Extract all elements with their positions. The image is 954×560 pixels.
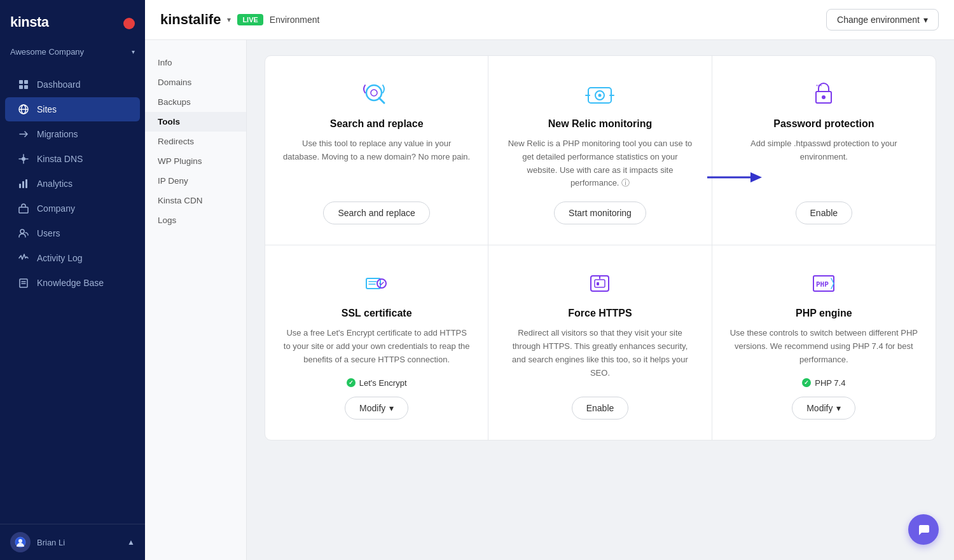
subnav-logs[interactable]: Logs [145,210,246,230]
svg-rect-12 [19,207,28,213]
password-protection-desc: Add simple .htpasswd protection to your … [730,137,918,190]
modify-ssl-chevron-icon: ▾ [389,403,394,413]
ssl-title: SSL certificate [342,308,412,319]
subnav-redirects[interactable]: Redirects [145,132,246,151]
ssl-desc: Use a free Let's Encrypt certificate to … [283,327,470,366]
dns-icon [18,153,29,165]
subnav-backups[interactable]: Backups [145,92,246,112]
password-protection-title: Password protection [773,118,874,130]
main-content: kinstalife ▾ LIVE Environment Change env… [145,0,954,560]
tool-force-https: Force HTTPS Redirect all visitors so tha… [488,245,712,439]
ssl-status-dot [347,378,356,387]
force-https-title: Force HTTPS [568,308,632,319]
enable-https-button[interactable]: Enable [572,397,629,420]
tool-new-relic: New Relic monitoring New Relic is a PHP … [488,56,712,245]
ssl-icon [359,268,394,299]
php-engine-icon: PHP [806,268,841,299]
change-env-chevron-icon: ▾ [923,15,928,25]
svg-rect-37 [597,282,599,285]
search-replace-icon [359,79,394,109]
svg-text:kinsta: kinsta [10,14,50,30]
sidebar-label-knowledge: Knowledge Base [37,278,104,288]
sidebar-label-activity: Activity Log [37,253,83,263]
main-nav: Dashboard Sites Migrations [0,67,145,524]
subnav-domains[interactable]: Domains [145,72,246,92]
site-dropdown-icon[interactable]: ▾ [227,15,231,24]
search-replace-title: Search and replace [330,118,424,130]
avatar [10,532,31,552]
subnav-kinsta-cdn[interactable]: Kinsta CDN [145,191,246,210]
php-badge: PHP 7.4 [802,378,845,388]
search-replace-desc: Use this tool to replace any value in yo… [283,137,470,190]
sidebar-label-analytics: Analytics [37,179,73,189]
sidebar-label-dns: Kinsta DNS [37,154,83,164]
subnav-tools[interactable]: Tools [145,112,246,132]
chat-button[interactable] [908,514,939,545]
sidebar-item-dashboard[interactable]: Dashboard [5,72,140,97]
modify-php-button[interactable]: Modify ▾ [792,397,855,420]
modify-ssl-button[interactable]: Modify ▾ [345,397,408,420]
tool-search-replace: Search and replace Use this tool to repl… [265,56,488,245]
sidebar-item-users[interactable]: Users [5,221,140,245]
svg-rect-9 [19,184,21,188]
svg-rect-3 [19,85,23,89]
enable-password-button[interactable]: Enable [796,201,853,224]
sidebar-item-sites[interactable]: Sites [5,97,140,121]
svg-point-13 [20,229,24,233]
svg-point-17 [18,539,22,543]
sidebar-label-sites: Sites [37,104,57,114]
env-label: Environment [270,15,320,25]
start-monitoring-button[interactable]: Start monitoring [554,201,646,224]
notification-badge[interactable] [123,18,135,29]
company-name: Awesome Company [10,47,127,57]
sidebar-item-activity-log[interactable]: Activity Log [5,246,140,270]
svg-rect-10 [22,181,24,188]
svg-text:***: *** [816,83,822,89]
company-icon [18,203,29,214]
svg-text:PHP: PHP [816,280,829,289]
svg-rect-11 [25,179,27,188]
migrations-icon [18,128,29,140]
ssl-badge: Let's Encrypt [347,378,407,388]
sidebar-label-migrations: Migrations [37,129,78,139]
sites-icon [18,104,29,115]
subnav-info[interactable]: Info [145,53,246,72]
modify-php-chevron-icon: ▾ [836,403,841,413]
svg-point-23 [598,94,602,97]
sidebar-item-migrations[interactable]: Migrations [5,122,140,146]
force-https-icon [582,268,618,299]
user-profile[interactable]: Brian Li ▲ [0,524,145,560]
sidebar-item-kinsta-dns[interactable]: Kinsta DNS [5,147,140,171]
svg-point-29 [822,95,826,99]
change-environment-button[interactable]: Change environment ▾ [826,9,939,31]
svg-point-19 [371,90,377,96]
user-chevron-icon: ▲ [127,538,135,547]
sub-nav: Info Domains Backups Tools Redirects WP … [145,40,247,560]
logo: kinsta [10,13,61,34]
top-bar: kinstalife ▾ LIVE Environment Change env… [145,0,954,40]
user-name: Brian Li [37,538,121,547]
svg-line-20 [379,98,384,103]
company-selector[interactable]: Awesome Company ▾ [0,42,145,67]
sidebar-label-users: Users [37,228,60,238]
php-engine-title: PHP engine [796,308,852,319]
content-area: Info Domains Backups Tools Redirects WP … [145,40,954,560]
activity-icon [18,252,29,264]
new-relic-icon [582,79,618,109]
subnav-ip-deny[interactable]: IP Deny [145,171,246,191]
tools-grid: Search and replace Use this tool to repl… [265,55,936,440]
company-chevron-icon: ▾ [132,48,135,55]
new-relic-desc: New Relic is a PHP monitoring tool you c… [506,137,693,190]
force-https-desc: Redirect all visitors so that they visit… [506,327,693,385]
sidebar-header: kinsta [0,0,145,42]
subnav-wp-plugins[interactable]: WP Plugins [145,151,246,171]
sidebar-label-company: Company [37,203,75,214]
search-replace-button[interactable]: Search and replace [323,201,429,224]
sidebar-item-analytics[interactable]: Analytics [5,172,140,196]
password-protection-icon: *** [806,79,841,109]
sidebar: kinsta Awesome Company ▾ Dashboard [0,0,145,560]
sidebar-item-knowledge-base[interactable]: Knowledge Base [5,271,140,295]
sidebar-item-company[interactable]: Company [5,196,140,221]
tool-php-engine: PHP PHP engine Use these controls to swi… [712,245,936,439]
svg-rect-4 [24,85,28,89]
